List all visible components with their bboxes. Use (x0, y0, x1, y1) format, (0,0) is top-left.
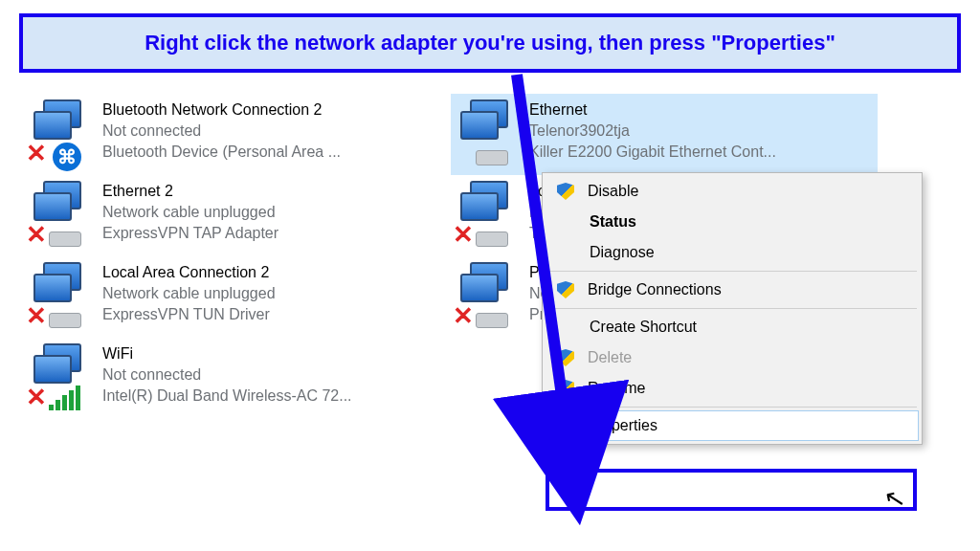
menu-item-label: Rename (588, 380, 645, 397)
rj45-plug-icon (476, 231, 508, 247)
error-x-icon: ✕ (26, 301, 47, 331)
adapter-name: WiFi (102, 343, 445, 364)
adapter-name: Local Area Connection 2 (102, 262, 445, 283)
rj45-plug-icon (476, 150, 508, 165)
error-x-icon: ✕ (453, 301, 474, 331)
uac-shield-icon (557, 349, 574, 366)
adapter-status: Telenor3902tja (529, 121, 872, 142)
adapter-icon: ✕ (455, 260, 520, 333)
adapter-name: Ethernet (529, 99, 872, 121)
adapter-name: Bluetooth Network Connection 2 (102, 99, 445, 121)
menu-item-label: Status (590, 213, 636, 231)
bluetooth-icon: ⌘ (53, 143, 81, 171)
properties-highlight-box (546, 469, 917, 511)
menu-item-bridge-connections[interactable]: Bridge Connections (546, 275, 919, 305)
adapter-text: Ethernet 2Network cable unpluggedExpress… (102, 179, 445, 244)
menu-item-status[interactable]: Status (546, 207, 919, 237)
adapter-device: ExpressVPN TUN Driver (102, 304, 445, 325)
adapter-device: Bluetooth Device (Personal Area ... (102, 142, 445, 163)
monitor-icon (460, 192, 499, 221)
adapter-item[interactable]: EthernetTelenor3902tjaKiller E2200 Gigab… (451, 94, 878, 175)
adapter-status: Not connected (102, 121, 445, 142)
adapter-name: Ethernet 2 (102, 181, 445, 202)
menu-separator (547, 271, 917, 272)
adapter-item[interactable]: ✕Local Area Connection 2Network cable un… (24, 256, 451, 338)
menu-item-label: Disable (588, 183, 638, 200)
menu-item-label: Diagnose (590, 244, 655, 261)
instruction-banner: Right click the network adapter you're u… (19, 13, 961, 73)
adapter-text: EthernetTelenor3902tjaKiller E2200 Gigab… (529, 98, 872, 163)
menu-item-create-shortcut[interactable]: Create Shortcut (546, 312, 919, 342)
menu-item-diagnose[interactable]: Diagnose (546, 237, 919, 268)
menu-item-properties[interactable]: Properties (546, 410, 919, 441)
monitor-icon (33, 274, 72, 302)
adapter-item[interactable]: ✕WiFiNot connectedIntel(R) Dual Band Wir… (24, 338, 451, 419)
menu-item-label: Properties (588, 417, 657, 434)
error-x-icon: ✕ (26, 383, 47, 412)
uac-shield-icon (557, 417, 574, 434)
uac-shield-icon (557, 380, 574, 397)
adapter-device: Intel(R) Dual Band Wireless-AC 72... (102, 386, 445, 407)
monitor-icon (460, 111, 499, 140)
adapter-status: Network cable unplugged (102, 283, 445, 304)
menu-item-label: Delete (588, 349, 632, 366)
adapter-text: Local Area Connection 2Network cable unp… (102, 260, 445, 325)
menu-item-delete: Delete (546, 342, 919, 373)
adapter-text: WiFiNot connectedIntel(R) Dual Band Wire… (102, 342, 445, 407)
monitor-icon (33, 192, 72, 221)
adapter-icon: ✕ (455, 179, 520, 252)
uac-shield-icon (557, 183, 574, 200)
adapter-device: Killer E2200 Gigabit Ethernet Cont... (529, 142, 872, 163)
adapter-status: Network cable unplugged (102, 202, 445, 223)
uac-shield-icon (557, 281, 574, 298)
monitor-icon (33, 111, 72, 140)
error-x-icon: ✕ (26, 139, 47, 168)
adapter-icon: ✕ (28, 179, 93, 252)
monitor-icon (460, 274, 499, 302)
cursor-icon: ↖ (881, 482, 908, 516)
menu-item-label: Create Shortcut (590, 319, 697, 336)
adapter-icon: ✕⌘ (28, 98, 93, 170)
instruction-text: Right click the network adapter you're u… (145, 31, 835, 55)
menu-item-rename[interactable]: Rename (546, 373, 919, 404)
rj45-plug-icon (49, 231, 81, 247)
adapter-icon: ✕ (28, 260, 93, 333)
adapter-icon: ✕ (28, 342, 93, 414)
adapter-text: Bluetooth Network Connection 2Not connec… (102, 98, 445, 163)
adapter-icon (455, 98, 520, 170)
menu-separator (547, 308, 917, 309)
error-x-icon: ✕ (26, 220, 47, 250)
wifi-icon (49, 386, 80, 410)
menu-separator (547, 407, 917, 408)
menu-item-label: Bridge Connections (588, 281, 722, 298)
adapter-status: Not connected (102, 364, 445, 386)
monitor-icon (33, 355, 72, 384)
adapter-device: ExpressVPN TAP Adapter (102, 223, 445, 244)
rj45-plug-icon (49, 313, 81, 328)
context-menu: DisableStatusDiagnoseBridge ConnectionsC… (542, 172, 923, 445)
adapter-item[interactable]: ✕Ethernet 2Network cable unpluggedExpres… (24, 175, 451, 256)
error-x-icon: ✕ (453, 220, 474, 250)
adapter-item[interactable]: ✕⌘Bluetooth Network Connection 2Not conn… (24, 94, 451, 175)
rj45-plug-icon (476, 313, 508, 328)
menu-item-disable[interactable]: Disable (546, 176, 919, 207)
